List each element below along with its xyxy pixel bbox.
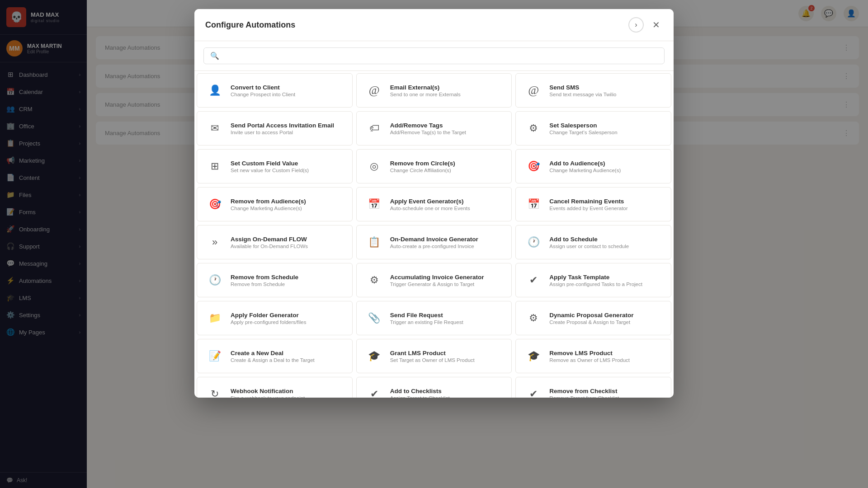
auto-title-grant-lms-product: Grant LMS Product (390, 350, 504, 357)
search-icon: 🔍 (210, 52, 219, 60)
auto-desc-set-custom-field: Set new value for Custom Field(s) (231, 168, 344, 173)
automation-item-webhook-notification[interactable]: ↻ Webhook Notification Fire a webhook to… (197, 377, 353, 398)
automation-item-set-custom-field[interactable]: ⊞ Set Custom Field Value Set new value f… (197, 149, 353, 183)
auto-desc-add-to-checklists: Assign Target to Checklist (390, 395, 504, 398)
auto-text-email-externals: Email External(s) Send to one or more Ex… (390, 84, 504, 97)
auto-text-remove-from-schedule: Remove from Schedule Remove from Schedul… (231, 274, 344, 287)
auto-desc-dynamic-proposal: Create Proposal & Assign to Target (549, 319, 663, 325)
auto-title-set-custom-field: Set Custom Field Value (231, 160, 344, 167)
auto-title-cancel-remaining-events: Cancel Remaining Events (549, 198, 663, 205)
auto-title-send-file-request: Send File Request (390, 312, 504, 319)
modal-header-right: › ✕ (628, 17, 663, 33)
auto-desc-assign-on-demand-flow: Available for On-Demand FLOWs (231, 244, 344, 249)
automation-item-create-new-deal[interactable]: 📝 Create a New Deal Create & Assign a De… (197, 339, 353, 373)
auto-title-apply-event-generator: Apply Event Generator(s) (390, 198, 504, 205)
modal-overlay[interactable]: Configure Automations › ✕ 🔍 👤 Convert t (0, 0, 868, 488)
auto-title-add-to-audiences: Add to Audience(s) (549, 160, 663, 167)
automation-item-remove-from-checklist[interactable]: ✔ Remove from Checklist Remove Target fr… (515, 377, 671, 398)
close-icon: ✕ (652, 19, 660, 30)
automation-item-email-externals[interactable]: @ Email External(s) Send to one or more … (356, 73, 512, 108)
automation-item-send-file-request[interactable]: 📎 Send File Request Trigger an existing … (356, 301, 512, 335)
automation-item-remove-from-circle[interactable]: ◎ Remove from Circle(s) Change Circle Af… (356, 149, 512, 183)
automation-item-send-sms[interactable]: @ Send SMS Send text message via Twilio (515, 73, 671, 108)
automation-item-set-salesperson[interactable]: ⚙ Set Salesperson Change Target's Salesp… (515, 111, 671, 145)
auto-icon-cancel-remaining-events: 📅 (524, 195, 543, 214)
automation-item-on-demand-invoice[interactable]: 📋 On-Demand Invoice Generator Auto-creat… (356, 225, 512, 259)
modal-close-button[interactable]: ✕ (649, 18, 663, 32)
auto-desc-apply-event-generator: Auto-schedule one or more Events (390, 206, 504, 211)
auto-icon-set-salesperson: ⚙ (524, 119, 543, 138)
automation-item-apply-folder-generator[interactable]: 📁 Apply Folder Generator Apply pre-confi… (197, 301, 353, 335)
modal-title: Configure Automations (205, 20, 295, 30)
auto-title-accumulating-invoice: Accumulating Invoice Generator (390, 274, 504, 281)
auto-title-remove-lms-product: Remove LMS Product (549, 350, 663, 357)
auto-text-send-sms: Send SMS Send text message via Twilio (549, 84, 663, 97)
auto-icon-remove-from-schedule: 🕐 (205, 271, 224, 290)
auto-title-remove-from-checklist: Remove from Checklist (549, 388, 663, 394)
automation-item-apply-event-generator[interactable]: 📅 Apply Event Generator(s) Auto-schedule… (356, 187, 512, 221)
automation-item-remove-from-schedule[interactable]: 🕐 Remove from Schedule Remove from Sched… (197, 263, 353, 297)
auto-title-apply-folder-generator: Apply Folder Generator (231, 312, 344, 319)
auto-desc-remove-from-circle: Change Circle Affiliation(s) (390, 168, 504, 173)
automation-item-accumulating-invoice[interactable]: ⚙ Accumulating Invoice Generator Trigger… (356, 263, 512, 297)
auto-icon-assign-on-demand-flow: » (205, 233, 224, 252)
auto-icon-remove-from-circle: ◎ (365, 157, 384, 176)
auto-icon-add-to-schedule: 🕐 (524, 233, 543, 252)
auto-text-add-to-audiences: Add to Audience(s) Change Marketing Audi… (549, 160, 663, 173)
auto-title-create-new-deal: Create a New Deal (231, 350, 344, 357)
auto-title-add-remove-tags: Add/Remove Tags (390, 122, 504, 129)
auto-desc-grant-lms-product: Set Target as Owner of LMS Product (390, 357, 504, 363)
auto-icon-email-externals: @ (365, 81, 384, 100)
auto-title-webhook-notification: Webhook Notification (231, 388, 344, 394)
auto-title-apply-task-template: Apply Task Template (549, 274, 663, 281)
auto-icon-webhook-notification: ↻ (205, 385, 224, 398)
auto-text-grant-lms-product: Grant LMS Product Set Target as Owner of… (390, 350, 504, 363)
search-bar: 🔍 (194, 41, 674, 71)
auto-icon-send-portal-email: ✉ (205, 119, 224, 138)
auto-text-convert-to-client: Convert to Client Change Prospect into C… (231, 84, 344, 97)
auto-title-assign-on-demand-flow: Assign On-Demand FLOW (231, 236, 344, 243)
auto-title-send-sms: Send SMS (549, 84, 663, 91)
modal-back-button[interactable]: › (628, 17, 644, 33)
automation-item-add-remove-tags[interactable]: 🏷 Add/Remove Tags Add/Remove Tag(s) to t… (356, 111, 512, 145)
automation-item-remove-from-audiences[interactable]: 🎯 Remove from Audience(s) Change Marketi… (197, 187, 353, 221)
automation-item-dynamic-proposal[interactable]: ⚙ Dynamic Proposal Generator Create Prop… (515, 301, 671, 335)
auto-icon-accumulating-invoice: ⚙ (365, 271, 384, 290)
auto-desc-remove-lms-product: Remove as Owner of LMS Product (549, 357, 663, 363)
auto-icon-remove-from-checklist: ✔ (524, 385, 543, 398)
auto-text-set-salesperson: Set Salesperson Change Target's Salesper… (549, 122, 663, 135)
auto-desc-add-to-schedule: Assign user or contact to schedule (549, 244, 663, 249)
auto-text-add-remove-tags: Add/Remove Tags Add/Remove Tag(s) to the… (390, 122, 504, 135)
search-input-wrap: 🔍 (203, 47, 665, 64)
automation-item-convert-to-client[interactable]: 👤 Convert to Client Change Prospect into… (197, 73, 353, 108)
auto-desc-remove-from-schedule: Remove from Schedule (231, 282, 344, 287)
auto-desc-send-file-request: Trigger an existing File Request (390, 319, 504, 325)
auto-icon-grant-lms-product: 🎓 (365, 347, 384, 366)
auto-title-remove-from-schedule: Remove from Schedule (231, 274, 344, 281)
automation-item-send-portal-email[interactable]: ✉ Send Portal Access Invitation Email In… (197, 111, 353, 145)
auto-desc-add-to-audiences: Change Marketing Audience(s) (549, 168, 663, 173)
auto-text-apply-event-generator: Apply Event Generator(s) Auto-schedule o… (390, 198, 504, 211)
auto-title-set-salesperson: Set Salesperson (549, 122, 663, 129)
auto-title-on-demand-invoice: On-Demand Invoice Generator (390, 236, 504, 243)
modal-header: Configure Automations › ✕ (194, 9, 674, 41)
auto-text-create-new-deal: Create a New Deal Create & Assign a Deal… (231, 350, 344, 363)
automation-item-add-to-schedule[interactable]: 🕐 Add to Schedule Assign user or contact… (515, 225, 671, 259)
automation-item-apply-task-template[interactable]: ✔ Apply Task Template Assign pre-configu… (515, 263, 671, 297)
auto-desc-accumulating-invoice: Trigger Generator & Assign to Target (390, 282, 504, 287)
automation-item-remove-lms-product[interactable]: 🎓 Remove LMS Product Remove as Owner of … (515, 339, 671, 373)
auto-desc-remove-from-checklist: Remove Target from Checklist (549, 395, 663, 398)
auto-text-send-portal-email: Send Portal Access Invitation Email Invi… (231, 122, 344, 135)
automation-item-assign-on-demand-flow[interactable]: » Assign On-Demand FLOW Available for On… (197, 225, 353, 259)
automations-grid: 👤 Convert to Client Change Prospect into… (194, 71, 674, 398)
auto-icon-send-file-request: 📎 (365, 309, 384, 328)
auto-desc-apply-folder-generator: Apply pre-configured folders/files (231, 319, 344, 325)
automation-item-add-to-audiences[interactable]: 🎯 Add to Audience(s) Change Marketing Au… (515, 149, 671, 183)
auto-icon-apply-task-template: ✔ (524, 271, 543, 290)
search-input[interactable] (224, 52, 658, 60)
auto-title-dynamic-proposal: Dynamic Proposal Generator (549, 312, 663, 319)
automation-item-add-to-checklists[interactable]: ✔ Add to Checklists Assign Target to Che… (356, 377, 512, 398)
auto-text-remove-from-circle: Remove from Circle(s) Change Circle Affi… (390, 160, 504, 173)
automation-item-grant-lms-product[interactable]: 🎓 Grant LMS Product Set Target as Owner … (356, 339, 512, 373)
automation-item-cancel-remaining-events[interactable]: 📅 Cancel Remaining Events Events added b… (515, 187, 671, 221)
